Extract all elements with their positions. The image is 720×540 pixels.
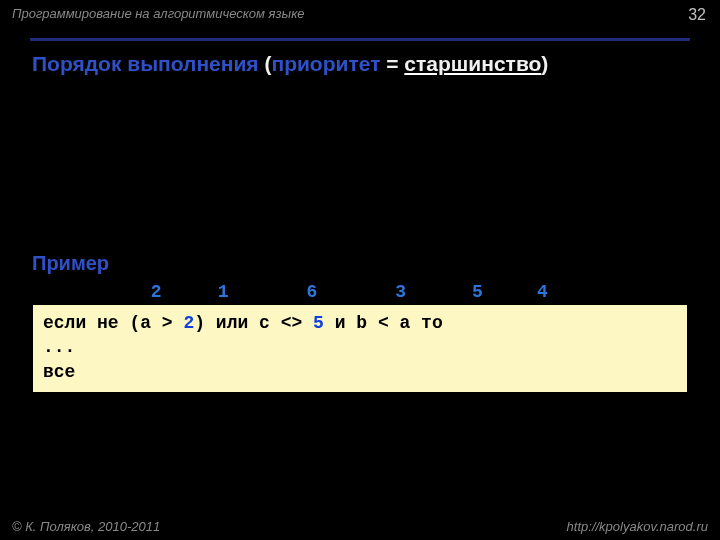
code-part-1: если не (a > [43,313,183,333]
code-part-2: ) или c <> [194,313,313,333]
code-part-3: и b < a то [324,313,443,333]
code-literal-1: 2 [183,313,194,333]
code-line-3: все [43,360,677,384]
priority-numbers: 2 1 6 3 5 4 [32,282,548,302]
num-1: 2 [151,282,207,302]
code-line-1: если не (a > 2) или c <> 5 и b < a то [43,311,677,335]
page-number: 32 [688,6,706,24]
title-stars: старшинство [404,52,541,75]
title-prefix: Порядок выполнения [32,52,264,75]
title-priority: приоритет [271,52,380,75]
code-block: если не (a > 2) или c <> 5 и b < a то ..… [32,304,688,393]
code-literal-2: 5 [313,313,324,333]
footer-url: http://kpolyakov.narod.ru [567,519,708,534]
title-rule [30,38,690,41]
num-3: 6 [306,282,384,302]
num-2: 1 [218,282,296,302]
title-paren-close: ) [541,52,548,75]
footer-copyright: © К. Поляков, 2010-2011 [12,519,160,534]
code-line-2: ... [43,335,677,359]
num-6: 4 [537,282,548,302]
num-4: 3 [395,282,461,302]
page-title: Порядок выполнения (приоритет = старшинс… [32,52,548,76]
section-label: Пример [32,252,109,275]
title-eq: = [380,52,404,75]
header-label: Программирование на алгоритмическом язык… [12,6,305,21]
num-5: 5 [472,282,526,302]
